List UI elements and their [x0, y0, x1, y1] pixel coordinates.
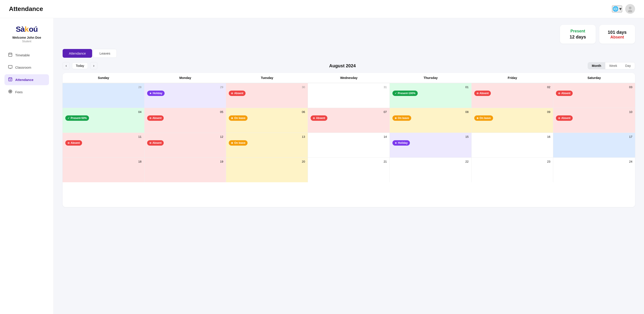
- calendar-body: 2829★ Holiday30⊖ Absent3101✓ Present-100…: [62, 83, 635, 207]
- view-week[interactable]: Week: [605, 62, 622, 69]
- cell-1-1[interactable]: 05⊖ Absent: [144, 108, 226, 132]
- attendance-icon: [8, 77, 12, 82]
- week-3: 18192021222324: [62, 158, 635, 182]
- cell-1-2[interactable]: 06⊗ On leave: [226, 108, 308, 132]
- sidebar-item-classroom[interactable]: Classroom: [4, 62, 49, 73]
- badge-1-4: ⊗ On leave: [392, 116, 411, 121]
- day-monday: Monday: [144, 73, 226, 83]
- svg-point-1: [628, 10, 632, 12]
- view-day[interactable]: Day: [621, 62, 635, 69]
- svg-point-0: [629, 7, 632, 10]
- sidebar-item-timetable[interactable]: Timetable: [4, 50, 49, 60]
- content-area: Present 12 days 101 days Absent Attendan…: [54, 18, 644, 314]
- sidebar-nav: Timetable Classroom Attendance Fees: [4, 50, 49, 98]
- cell-3-2[interactable]: 20: [226, 158, 308, 182]
- next-button[interactable]: ›: [90, 62, 97, 69]
- cell-1-5[interactable]: 09⊗ On leave: [472, 108, 554, 132]
- week-2: 11⊖ Absent12⊖ Absent13⊗ On leave1415★ Ho…: [62, 132, 635, 158]
- month-title: August 2024: [329, 63, 356, 68]
- today-button[interactable]: Today: [72, 62, 88, 69]
- badge-1-6: ⊖ Absent: [556, 116, 573, 121]
- logo: Sàkoú: [4, 25, 49, 34]
- welcome-role: Student: [4, 40, 49, 43]
- cell-0-0[interactable]: 28: [62, 83, 144, 108]
- badge-0-5: ⊖ Absent: [474, 90, 491, 96]
- cell-3-5[interactable]: 23: [472, 158, 554, 182]
- tab-attendance[interactable]: Attendance: [62, 49, 92, 58]
- translate-icon: 🌐: [612, 6, 618, 12]
- badge-0-6: ⊖ Absent: [556, 90, 573, 96]
- badge-1-1: ⊖ Absent: [147, 116, 164, 121]
- badge-1-0: ✓ Present-50%: [65, 116, 89, 121]
- view-month[interactable]: Month: [588, 62, 605, 69]
- translate-dropdown-icon: ▾: [619, 6, 622, 12]
- week-1: 04✓ Present-50%05⊖ Absent06⊗ On leave07⊖…: [62, 108, 635, 132]
- svg-point-13: [9, 90, 12, 93]
- avatar[interactable]: [625, 4, 635, 14]
- cell-2-4[interactable]: 15★ Holiday: [390, 133, 472, 158]
- cell-3-0[interactable]: 18: [62, 158, 144, 182]
- cell-0-1[interactable]: 29★ Holiday: [144, 83, 226, 108]
- logo-container: Sàkoú Welcome John Doe Student: [4, 25, 49, 43]
- cell-2-2[interactable]: 13⊗ On leave: [226, 133, 308, 158]
- day-sunday: Sunday: [62, 73, 144, 83]
- cell-3-3[interactable]: 21: [308, 158, 390, 182]
- welcome-name: Welcome John Doe: [4, 36, 49, 39]
- fees-icon: [8, 89, 12, 95]
- calendar-nav: ‹ Today › August 2024 Month Week Day: [62, 62, 635, 69]
- cell-1-0[interactable]: 04✓ Present-50%: [62, 108, 144, 132]
- badge-2-1: ⊖ Absent: [147, 140, 164, 146]
- cell-0-3[interactable]: 31: [308, 83, 390, 108]
- svg-rect-6: [8, 65, 12, 68]
- cell-2-0[interactable]: 11⊖ Absent: [62, 133, 144, 158]
- day-tuesday: Tuesday: [226, 73, 308, 83]
- badge-1-2: ⊗ On leave: [229, 116, 248, 121]
- badge-2-2: ⊗ On leave: [229, 140, 248, 146]
- tab-leaves[interactable]: Leaves: [93, 49, 117, 58]
- sidebar-item-attendance[interactable]: Attendance: [4, 74, 49, 85]
- day-thursday: Thursday: [390, 73, 472, 83]
- badge-2-0: ⊖ Absent: [65, 140, 82, 146]
- header-right: 🌐 ▾: [612, 4, 635, 14]
- top-header: Attendance 🌐 ▾: [0, 0, 644, 18]
- sidebar-label-attendance: Attendance: [15, 78, 34, 82]
- svg-rect-9: [9, 78, 12, 81]
- cell-0-2[interactable]: 30⊖ Absent: [226, 83, 308, 108]
- badge-0-2: ⊖ Absent: [229, 90, 246, 96]
- absent-days: 101 days: [607, 30, 627, 35]
- badge-1-3: ⊖ Absent: [310, 116, 327, 121]
- calendar-header: Sunday Monday Tuesday Wednesday Thursday…: [62, 73, 635, 83]
- sidebar-label-fees: Fees: [15, 90, 22, 94]
- present-value: 12 days: [568, 34, 588, 40]
- cell-2-3[interactable]: 14: [308, 133, 390, 158]
- cell-3-1[interactable]: 19: [144, 158, 226, 182]
- present-label: Present: [568, 29, 588, 34]
- week-0: 2829★ Holiday30⊖ Absent3101✓ Present-100…: [62, 83, 635, 108]
- sidebar-label-classroom: Classroom: [15, 66, 31, 69]
- cell-0-5[interactable]: 02⊖ Absent: [472, 83, 554, 108]
- cell-2-5[interactable]: 16: [472, 133, 554, 158]
- cell-0-4[interactable]: 01✓ Present-100%: [390, 83, 472, 108]
- day-friday: Friday: [472, 73, 554, 83]
- badge-0-4: ✓ Present-100%: [392, 90, 418, 96]
- badge-1-5: ⊗ On leave: [474, 116, 493, 121]
- view-toggle: Month Week Day: [588, 62, 635, 69]
- cell-1-6[interactable]: 10⊖ Absent: [553, 108, 635, 132]
- cell-2-1[interactable]: 12⊖ Absent: [144, 133, 226, 158]
- sidebar-item-fees[interactable]: Fees: [4, 86, 49, 98]
- classroom-icon: [8, 65, 12, 70]
- cell-2-6[interactable]: 17: [553, 133, 635, 158]
- day-saturday: Saturday: [553, 73, 635, 83]
- nav-left: ‹ Today ›: [62, 62, 97, 69]
- cell-3-4[interactable]: 22: [390, 158, 472, 182]
- cell-0-6[interactable]: 03⊖ Absent: [553, 83, 635, 108]
- timetable-icon: [8, 52, 12, 58]
- main-layout: Sàkoú Welcome John Doe Student Timetable…: [0, 18, 644, 314]
- stats-row: Present 12 days 101 days Absent: [62, 25, 635, 44]
- translate-button[interactable]: 🌐 ▾: [612, 6, 622, 12]
- cell-3-6[interactable]: 24: [553, 158, 635, 182]
- sidebar-label-timetable: Timetable: [15, 53, 30, 57]
- prev-button[interactable]: ‹: [62, 62, 70, 69]
- cell-1-3[interactable]: 07⊖ Absent: [308, 108, 390, 132]
- cell-1-4[interactable]: 08⊗ On leave: [390, 108, 472, 132]
